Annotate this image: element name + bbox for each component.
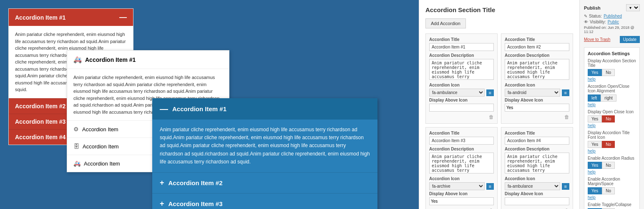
radius-yes-btn[interactable]: Yes bbox=[588, 162, 602, 169]
blue-accordion-item1-body: Anim pariatur cliche reprehenderit, enim… bbox=[152, 120, 377, 172]
alignment-setting: Accordion Open/Close Icon Alignment left… bbox=[588, 84, 636, 107]
display-title-yes-btn[interactable]: Yes bbox=[588, 69, 602, 76]
trash-update-row: Move to Trash Update bbox=[584, 36, 640, 43]
display-font-label: Display Accordion Title Font Icon bbox=[588, 130, 636, 140]
accordion-form-grid: Accordion Title Accordion Description An… bbox=[425, 33, 573, 209]
display-icon-no-btn[interactable]: No bbox=[602, 115, 615, 122]
red-item1-minus-icon: — bbox=[119, 13, 127, 22]
form3-desc-textarea[interactable]: Anim pariatur cliche reprehenderit, enim… bbox=[429, 153, 494, 173]
form1-display-label: Display Above Icon bbox=[429, 98, 494, 102]
blue-item3-plus-icon: + bbox=[160, 199, 164, 208]
form1-icon-btn[interactable]: ≡ bbox=[486, 89, 494, 96]
form1-delete-btn[interactable]: 🗑 bbox=[489, 114, 494, 120]
publish-section: Publish ▾ ✎ Status: Published 👁 Visibili… bbox=[584, 4, 640, 43]
status-row: ✎ Status: Published bbox=[584, 14, 640, 18]
publish-dropdown[interactable]: ▾ bbox=[626, 4, 640, 11]
admin-page-title: Accordion Section Title bbox=[425, 6, 573, 13]
radius-label: Enable Accordion Radius bbox=[588, 156, 636, 161]
blue-accordion-item3[interactable]: + Accordion Item #3 bbox=[152, 193, 377, 209]
published-date: Published on: Jun 29, 2018 @ 11:12 bbox=[584, 25, 640, 34]
form2-icon-label: Accordion Icon bbox=[505, 83, 569, 87]
form2-icon-btn[interactable]: ≡ bbox=[562, 89, 569, 96]
form2-delete-btn[interactable]: 🗑 bbox=[564, 114, 569, 120]
status-pencil-icon: ✎ bbox=[584, 14, 587, 18]
ambulance-icon: 🚑 bbox=[73, 56, 82, 64]
publish-title: Publish bbox=[584, 5, 601, 10]
move-to-trash-link[interactable]: Move to Trash bbox=[584, 37, 610, 42]
display-title-label: Display Accordion Section Title bbox=[588, 59, 636, 68]
visibility-value[interactable]: Public bbox=[608, 20, 619, 24]
blue-accordion-item1-header[interactable]: — Accordion Item #1 bbox=[152, 98, 377, 120]
form3-icon-row: fa-archive ≡ bbox=[429, 182, 494, 190]
white-item2-label: Accordion Item bbox=[82, 126, 118, 133]
form2-delete-row: 🗑 bbox=[505, 114, 569, 120]
accordion-form-item-2: Accordion Title Accordion Description An… bbox=[501, 33, 573, 124]
display-icon-help[interactable]: help bbox=[588, 123, 636, 128]
display-icon-setting: Display Open Close Icon Yes No help bbox=[588, 110, 636, 128]
status-value[interactable]: Published bbox=[604, 14, 622, 18]
form4-title-input[interactable] bbox=[505, 137, 569, 145]
update-button[interactable]: Update bbox=[620, 36, 640, 43]
margin-no-btn[interactable]: No bbox=[602, 187, 615, 194]
form4-icon-btn[interactable]: ≡ bbox=[562, 183, 569, 190]
toggle-label: Enable Toggle/Collapse bbox=[588, 202, 636, 207]
radius-help[interactable]: help bbox=[588, 170, 636, 174]
admin-panel: Accordion Section Title Add Accordion Ac… bbox=[419, 0, 644, 209]
align-right-btn[interactable]: right bbox=[601, 94, 616, 102]
blue-item1-minus-icon: — bbox=[160, 104, 168, 114]
form1-title-input[interactable] bbox=[429, 43, 494, 51]
display-font-yes-btn[interactable]: Yes bbox=[588, 141, 602, 148]
display-font-help[interactable]: help bbox=[588, 149, 636, 153]
display-icon-yes-btn[interactable]: Yes bbox=[588, 115, 602, 122]
form2-icon-select[interactable]: fa-android bbox=[505, 89, 560, 97]
visibility-eye-icon: 👁 bbox=[584, 20, 588, 24]
form2-title-input[interactable] bbox=[505, 43, 569, 51]
white-item4-label: Accordion Item bbox=[84, 161, 120, 167]
form2-display-input[interactable] bbox=[505, 104, 569, 112]
form3-desc-label: Accordion Description bbox=[429, 147, 494, 151]
add-accordion-button[interactable]: Add Accordion bbox=[425, 18, 466, 28]
form2-icon-row: fa-android ≡ bbox=[505, 89, 569, 97]
form4-icon-select[interactable]: fa-ambulance bbox=[505, 182, 560, 190]
form4-desc-textarea[interactable]: Anim pariatur cliche reprehenderit, enim… bbox=[505, 153, 569, 173]
form2-display-label: Display Above Icon bbox=[505, 98, 569, 102]
display-title-help[interactable]: help bbox=[588, 77, 636, 82]
form4-icon-label: Accordion Icon bbox=[505, 176, 569, 181]
form4-desc-label: Accordion Description bbox=[505, 147, 569, 151]
display-font-setting: Display Accordion Title Font Icon Yes No… bbox=[588, 130, 636, 153]
form3-display-input[interactable] bbox=[429, 197, 494, 205]
form4-display-label: Display Above Icon bbox=[505, 191, 569, 196]
form1-icon-label: Accordion Icon bbox=[429, 83, 494, 87]
form3-icon-select[interactable]: fa-archive bbox=[429, 182, 485, 190]
form4-display-input[interactable] bbox=[505, 197, 569, 205]
form2-desc-textarea[interactable]: Anim pariatur cliche reprehenderit, enim… bbox=[505, 59, 569, 80]
display-title-no-btn[interactable]: No bbox=[602, 69, 615, 76]
blue-accordion-panel: — Accordion Item #1 Anim pariatur cliche… bbox=[152, 98, 377, 209]
display-font-no-btn[interactable]: No bbox=[602, 141, 615, 148]
form1-desc-label: Accordion Description bbox=[429, 53, 494, 58]
radius-no-btn[interactable]: No bbox=[602, 162, 615, 169]
form4-title-label: Accordion Title bbox=[505, 131, 569, 135]
settings-sidebar: Publish ▾ ✎ Status: Published 👁 Visibili… bbox=[579, 0, 644, 209]
alignment-help[interactable]: help bbox=[588, 102, 636, 107]
toggle-setting: Enable Toggle/Collapse Yes No bbox=[588, 202, 636, 209]
display-title-toggle: Yes No bbox=[588, 69, 636, 76]
form1-display-input[interactable] bbox=[429, 104, 494, 112]
form1-title-label: Accordion Title bbox=[429, 37, 494, 42]
margin-yes-btn[interactable]: Yes bbox=[588, 187, 602, 194]
red-accordion-item1-header[interactable]: Accordion Item #1 — bbox=[9, 9, 133, 26]
form3-title-label: Accordion Title bbox=[429, 131, 494, 135]
form3-title-input[interactable] bbox=[429, 137, 494, 145]
status-label: Status: bbox=[589, 14, 602, 18]
form3-icon-btn[interactable]: ≡ bbox=[486, 183, 494, 190]
visibility-label: Visibility: bbox=[590, 20, 606, 24]
display-icon-toggle: Yes No bbox=[588, 115, 636, 122]
blue-accordion-item2[interactable]: + Accordion Item #2 bbox=[152, 172, 377, 193]
form1-desc-textarea[interactable]: Anim pariatur cliche reprehenderit, enim… bbox=[429, 59, 494, 80]
margin-help[interactable]: help bbox=[588, 195, 636, 200]
white-accordion-item1-header[interactable]: 🚑 Accordion Item #1 bbox=[67, 51, 229, 69]
form2-title-label: Accordion Title bbox=[505, 37, 569, 42]
align-left-btn[interactable]: left bbox=[588, 94, 601, 102]
admin-main-content: Accordion Section Title Add Accordion Ac… bbox=[419, 0, 579, 209]
form1-icon-select[interactable]: fa-ambulance bbox=[429, 89, 485, 97]
